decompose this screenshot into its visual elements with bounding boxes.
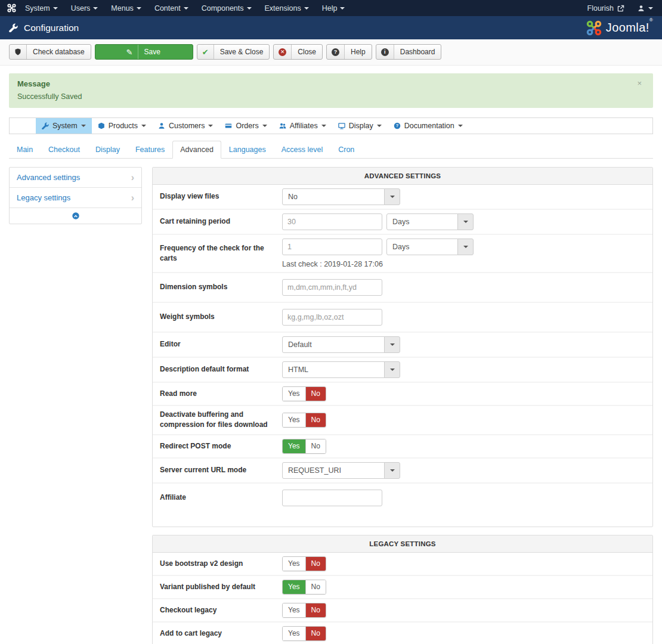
sidebar-item-legacy-settings[interactable]: Legacy settings›	[10, 188, 141, 208]
select-caret-button[interactable]	[384, 188, 400, 205]
toggle-yes-button[interactable]: Yes	[283, 557, 305, 571]
toolbar-button-label: Save	[138, 45, 166, 59]
toggle-yes-button[interactable]: Yes	[283, 439, 305, 453]
setting-row: Affiliate	[153, 482, 652, 512]
admin-menu-content[interactable]: Content	[148, 0, 195, 16]
toggle-no-button[interactable]: No	[305, 557, 326, 571]
select-editor[interactable]: Default	[282, 336, 400, 353]
select-description-default-format[interactable]: HTML	[282, 361, 400, 378]
tab-advanced[interactable]: Advanced	[172, 141, 221, 159]
sidebar-collapse-button[interactable]	[10, 208, 141, 224]
toggle-yes-button[interactable]: Yes	[283, 627, 305, 640]
toggle-yes-button[interactable]: Yes	[283, 413, 305, 427]
setting-row: Server current URL modeREQUEST_URI	[153, 457, 652, 482]
admin-menu-label: Menus	[111, 4, 134, 13]
toggle-yes-button[interactable]: Yes	[283, 387, 305, 401]
caret-down-icon	[648, 7, 653, 10]
config-tabs: MainCheckoutDisplayFeaturesAdvancedLangu…	[9, 138, 653, 159]
component-menu-customers[interactable]: Customers	[152, 118, 219, 134]
help-button[interactable]: ?Help	[326, 44, 372, 60]
component-menu-affiliates[interactable]: Affiliates	[273, 118, 332, 134]
card-icon	[225, 122, 232, 129]
setting-row: Description default formatHTML	[153, 357, 652, 382]
component-menu-products[interactable]: Products	[92, 118, 152, 134]
user-menu[interactable]	[638, 5, 653, 12]
input-affiliate[interactable]	[282, 490, 382, 506]
input-weight-symbols[interactable]	[282, 309, 382, 326]
chevron-right-icon: ›	[131, 175, 134, 181]
toggle-no-button[interactable]: No	[305, 603, 326, 617]
input-dimension-symbols[interactable]	[282, 279, 382, 296]
select-caret-button[interactable]	[384, 336, 400, 353]
save-button[interactable]: ✎Save	[95, 44, 193, 60]
tab-access-level[interactable]: Access level	[274, 141, 330, 159]
close-button[interactable]: ✕Close	[273, 44, 323, 60]
setting-label: Weight symbols	[160, 312, 282, 322]
up-circle-icon	[72, 212, 79, 219]
admin-menu-label: Components	[202, 4, 244, 13]
monitor-icon	[338, 122, 345, 129]
select-caret-button[interactable]	[384, 462, 400, 479]
select-caret-button[interactable]	[384, 361, 400, 378]
admin-menu-extensions[interactable]: Extensions	[258, 0, 315, 16]
select-caret-button[interactable]	[457, 239, 474, 255]
select-server-current-url-mode[interactable]: REQUEST_URI	[282, 462, 400, 479]
select-frequency-of-the-check-for-the-carts[interactable]: Days	[386, 239, 474, 255]
admin-menu-menus[interactable]: Menus	[104, 0, 148, 16]
setting-label: Deactivate buffering and compression for…	[160, 410, 282, 431]
tab-main[interactable]: Main	[9, 141, 41, 159]
page-header: Configuration Joomla!®	[0, 16, 662, 39]
wrench-icon	[9, 23, 18, 32]
joomla-brandmark-icon	[586, 20, 602, 36]
component-menu-system[interactable]: System	[36, 118, 92, 134]
select-value: No	[282, 188, 385, 205]
input-cart-retaining-period[interactable]	[282, 213, 382, 230]
setting-label: Editor	[160, 339, 282, 349]
toggle-yes-button[interactable]: Yes	[283, 580, 305, 594]
toggle-no-button[interactable]: No	[305, 439, 326, 453]
view-site-link[interactable]: Flourish	[587, 4, 624, 13]
select-value: REQUEST_URI	[282, 462, 385, 479]
select-caret-button[interactable]	[457, 213, 474, 230]
dashboard-button[interactable]: iDashboard	[376, 44, 442, 60]
tab-checkout[interactable]: Checkout	[41, 141, 88, 159]
save-close-button[interactable]: ✔Save & Close	[197, 44, 270, 60]
cube-icon	[98, 122, 105, 129]
toolbar-button-label: Dashboard	[394, 45, 441, 59]
setting-label: Add to cart legacy	[160, 628, 282, 639]
tab-languages[interactable]: Languages	[221, 141, 274, 159]
admin-menu-system[interactable]: System	[18, 0, 64, 16]
toggle-no-button[interactable]: No	[305, 627, 326, 640]
setting-row: Frequency of the check for the cartsDays…	[153, 234, 652, 272]
component-menu-orders[interactable]: Orders	[219, 118, 273, 134]
admin-menu-help[interactable]: Help	[315, 0, 352, 16]
toggle-yes-button[interactable]: Yes	[283, 603, 305, 617]
tab-display[interactable]: Display	[88, 141, 128, 159]
close-icon[interactable]: ×	[633, 79, 645, 88]
caret-down-icon	[262, 125, 267, 127]
site-name: Flourish	[587, 4, 614, 13]
toggle-no-button[interactable]: No	[305, 580, 326, 594]
component-menu-display[interactable]: Display	[332, 118, 388, 134]
toggle-no-button[interactable]: No	[305, 387, 326, 401]
component-menu-label: Products	[109, 122, 138, 130]
joomla-brand: Joomla!®	[586, 20, 653, 36]
caret-down-icon	[184, 7, 188, 10]
system-message: Message Successfully Saved ×	[9, 73, 653, 108]
select-cart-retaining-period[interactable]: Days	[386, 213, 474, 230]
toggle-no-button[interactable]: No	[305, 413, 326, 427]
joomla-logo-icon[interactable]	[7, 4, 16, 13]
input-frequency-of-the-check-for-the-carts[interactable]	[282, 239, 382, 255]
pencil-icon: ✎	[126, 48, 133, 56]
admin-menu-components[interactable]: Components	[195, 0, 258, 16]
sidebar-item-advanced-settings[interactable]: Advanced settings›	[10, 168, 141, 188]
tab-features[interactable]: Features	[128, 141, 172, 159]
select-display-view-files[interactable]: No	[282, 188, 400, 205]
sidebar-item-label: Legacy settings	[17, 193, 70, 202]
check-database-button[interactable]: Check database	[9, 44, 91, 60]
tab-cron[interactable]: Cron	[330, 141, 362, 159]
component-menu-documentation[interactable]: ?Documentation	[388, 118, 469, 134]
sidebar-item-label: Advanced settings	[17, 173, 80, 182]
admin-menu-users[interactable]: Users	[64, 0, 105, 16]
select-value: Default	[282, 336, 385, 353]
